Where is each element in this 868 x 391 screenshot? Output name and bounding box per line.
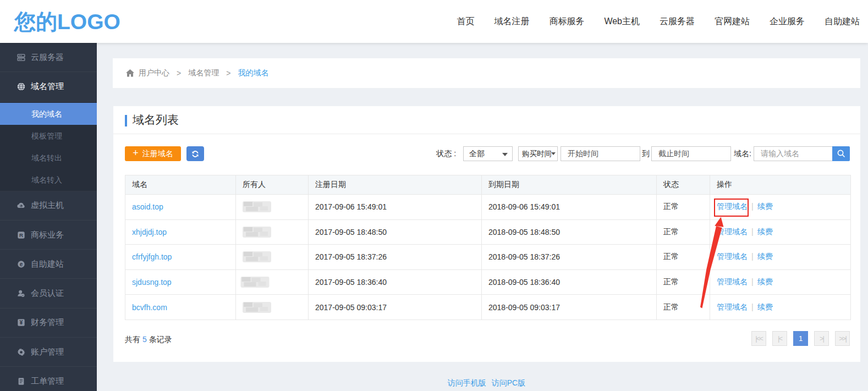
- svg-text:e: e: [20, 261, 23, 267]
- svg-text:¥: ¥: [20, 320, 23, 326]
- svg-text:R: R: [19, 232, 23, 238]
